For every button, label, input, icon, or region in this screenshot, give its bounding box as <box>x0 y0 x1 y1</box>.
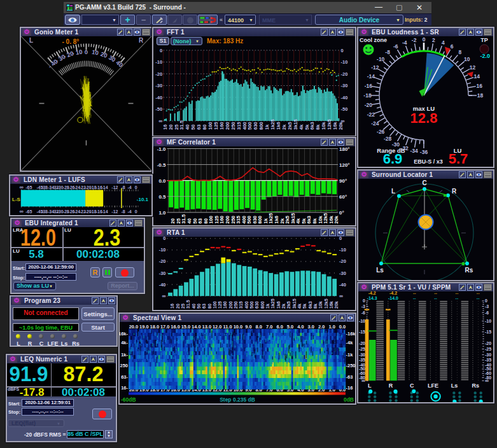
svg-text:-10: -10 <box>155 59 162 65</box>
svg-text:0: 0 <box>163 237 165 241</box>
svg-text:-40: -40 <box>341 95 348 101</box>
svg-text:5.7: 5.7 <box>449 151 468 167</box>
svg-text:25: 25 <box>174 125 179 130</box>
svg-text:10k: 10k <box>318 301 323 309</box>
svg-text:16: 16 <box>476 83 482 89</box>
svg-text:18: 18 <box>477 92 484 99</box>
svg-text:--: -- <box>434 291 437 295</box>
svg-text:1k6: 1k6 <box>276 301 281 309</box>
svg-text:-6: -6 <box>485 311 489 315</box>
svg-text:10: 10 <box>92 48 99 57</box>
svg-text:14: 14 <box>473 73 480 80</box>
svg-text:-20: -20 <box>339 258 346 264</box>
svg-text:8: 8 <box>459 49 462 55</box>
svg-text:5k: 5k <box>302 304 307 309</box>
svg-text:5k: 5k <box>304 124 310 130</box>
svg-text:500: 500 <box>247 122 253 130</box>
svg-text:-30: -30 <box>339 270 346 276</box>
svg-text:--: -- <box>413 296 416 300</box>
svg-text:11.0: 11.0 <box>223 324 232 330</box>
svg-text:31.5: 31.5 <box>179 120 185 130</box>
svg-text:2.0: 2.0 <box>318 324 325 330</box>
svg-text:6.9: 6.9 <box>383 151 403 167</box>
svg-text:-30: -30 <box>155 83 162 88</box>
svg-text:R: R <box>139 37 144 44</box>
svg-text:∞: ∞ <box>162 293 165 299</box>
svg-text:-10.1: -10.1 <box>137 197 149 202</box>
svg-text:-12: -12 <box>371 64 379 71</box>
svg-text:--: -- <box>456 291 459 295</box>
svg-text:0: 0 <box>135 185 137 190</box>
svg-text:-10: -10 <box>377 56 385 62</box>
svg-text:16: 16 <box>162 125 168 130</box>
svg-text:-14: -14 <box>367 73 375 80</box>
svg-text:-40: -40 <box>159 282 166 288</box>
svg-text:90°: 90° <box>339 178 347 184</box>
svg-text:R: R <box>452 188 457 195</box>
svg-text:0.5: 0.5 <box>158 194 166 200</box>
svg-text:-20: -20 <box>155 71 162 77</box>
svg-text:-8: -8 <box>385 49 390 55</box>
svg-text:16.0: 16.0 <box>171 324 180 330</box>
svg-text:-35: -35 <box>485 358 491 362</box>
svg-text:250: 250 <box>230 122 236 130</box>
svg-text:1k6: 1k6 <box>276 122 281 130</box>
svg-text:0: 0 <box>135 209 137 214</box>
svg-text:8k: 8k <box>313 304 318 309</box>
svg-text:Rs: Rs <box>465 267 473 274</box>
svg-text:L: L <box>368 382 372 389</box>
svg-text:6.0: 6.0 <box>276 324 283 330</box>
svg-text:800: 800 <box>260 301 265 309</box>
svg-text:-28: -28 <box>384 136 392 142</box>
svg-text:60°: 60° <box>339 194 347 200</box>
svg-text:10: 10 <box>464 56 470 62</box>
svg-text:L-S: L-S <box>12 197 21 202</box>
svg-text:-10: -10 <box>485 319 491 323</box>
svg-text:1k25: 1k25 <box>270 298 275 309</box>
svg-text:-20: -20 <box>485 341 491 346</box>
svg-text:12k5: 12k5 <box>326 119 332 130</box>
svg-text:-4: -4 <box>127 185 131 190</box>
svg-text:-10: -10 <box>341 59 348 65</box>
svg-text:-20: -20 <box>341 71 348 77</box>
svg-text:-50: -50 <box>485 367 491 371</box>
svg-text:630: 630 <box>253 122 258 130</box>
svg-text:-30: -30 <box>341 83 348 88</box>
svg-text:-35: -35 <box>359 358 365 362</box>
svg-text:R: R <box>389 382 393 389</box>
svg-text:200: 200 <box>225 122 230 130</box>
svg-text:25: 25 <box>181 304 185 309</box>
svg-text:630: 630 <box>255 301 259 309</box>
svg-text:80: 80 <box>207 304 212 309</box>
svg-text:-12: -12 <box>111 209 118 214</box>
svg-text:-50: -50 <box>155 106 162 112</box>
svg-text:-2: -2 <box>412 37 417 43</box>
svg-text:800: 800 <box>258 122 264 130</box>
svg-text:1k: 1k <box>264 124 270 130</box>
svg-text:7.0: 7.0 <box>266 324 272 330</box>
svg-text:16-: 16- <box>121 385 128 391</box>
svg-text:0: 0 <box>339 237 342 241</box>
svg-text:12.8: 12.8 <box>410 110 438 126</box>
svg-text:C: C <box>410 382 414 389</box>
svg-text:-10: -10 <box>159 247 166 253</box>
svg-text:-3: -3 <box>361 304 365 309</box>
svg-text:18.0: 18.0 <box>150 324 159 330</box>
svg-text:125: 125 <box>213 122 219 130</box>
svg-text:50: 50 <box>190 125 196 130</box>
svg-text:-8: -8 <box>121 209 125 214</box>
svg-text:315: 315 <box>239 301 243 309</box>
svg-text:200: 200 <box>228 301 233 309</box>
svg-text:-16: -16 <box>346 385 353 391</box>
svg-text:-4.2: -4.2 <box>368 291 376 295</box>
svg-text:-30: -30 <box>159 270 166 276</box>
svg-text:10.0: 10.0 <box>234 324 243 330</box>
svg-text:1k: 1k <box>265 304 270 309</box>
svg-text:- 0. 8°: - 0. 8° <box>62 38 80 45</box>
svg-text:8.0: 8.0 <box>256 324 262 330</box>
svg-text:40: 40 <box>185 125 190 130</box>
svg-text:-20: -20 <box>359 341 365 346</box>
svg-text:-4: -4 <box>402 39 407 46</box>
svg-text:1.0: 1.0 <box>328 324 335 330</box>
svg-text:20: 20 <box>176 304 180 309</box>
